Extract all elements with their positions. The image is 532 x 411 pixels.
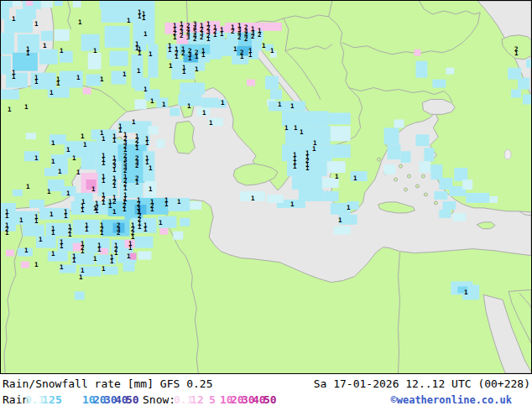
precip-cell (170, 107, 180, 116)
lake-tuz (504, 149, 511, 159)
precip-cell (414, 49, 420, 56)
precip-cell (489, 196, 498, 203)
precip-cell (171, 60, 183, 71)
precip-cell (39, 208, 70, 220)
snow-scale-value: 1 (190, 393, 197, 406)
precip-cell (44, 168, 58, 176)
precip-cell (48, 252, 68, 262)
precip-cell (168, 198, 190, 211)
precip-cell (134, 205, 146, 215)
precip-cell (55, 1, 63, 6)
precip-cell (91, 129, 117, 139)
precip-cell (180, 44, 196, 55)
precip-cell (227, 33, 238, 46)
precip-cell (240, 191, 265, 201)
precip-cell (178, 94, 201, 106)
precip-cell (205, 34, 218, 44)
precip-cell (332, 144, 351, 158)
precip-cell (322, 178, 339, 188)
precip-cell (102, 9, 143, 23)
precip-cell (442, 201, 456, 210)
precip-cell (432, 80, 446, 88)
precip-cell (133, 23, 147, 51)
precip-cell (4, 19, 33, 33)
precip-cell (388, 144, 401, 159)
precip-cell (134, 237, 153, 248)
precip-cell (50, 134, 66, 144)
precip-cell (123, 263, 135, 272)
precip-cell (100, 1, 149, 9)
precip-cell (24, 151, 39, 161)
precip-cell (176, 34, 188, 44)
precip-cell (265, 76, 279, 90)
precip-cell (98, 179, 118, 196)
precip-cell (41, 31, 53, 41)
precip-cell (118, 144, 147, 163)
precip-cell (6, 73, 28, 88)
precip-cell (110, 51, 128, 66)
precip-cell (454, 168, 467, 181)
precip-cell (347, 201, 359, 210)
snow-scale-value: 5 (209, 393, 216, 406)
precip-cell (164, 23, 183, 34)
precip-cell (282, 111, 329, 126)
precip-cell (173, 232, 183, 240)
precip-cell (196, 107, 210, 116)
precip-cell (88, 53, 102, 70)
aegean-islet (404, 188, 407, 191)
precip-cell (452, 213, 466, 221)
precip-cell (415, 61, 427, 78)
precip-cell (18, 248, 33, 257)
weather-map-screenshot: 1111 11111 11 11 11111 11 1111111 1 2 11… (0, 0, 532, 411)
precip-cell (201, 97, 218, 107)
precip-cell (48, 88, 70, 98)
precip-cell (41, 1, 53, 8)
precip-cell (518, 78, 529, 90)
precip-cell (1, 8, 9, 19)
precip-cell (96, 161, 122, 179)
rain-scale-value: 5 (55, 393, 62, 406)
precip-cell (526, 60, 531, 68)
precip-cell (13, 53, 38, 71)
precip-cell (83, 88, 91, 95)
precip-cell (248, 51, 258, 60)
precip-cell (466, 193, 489, 203)
precip-cell (247, 80, 255, 86)
copyright-link[interactable]: ©weatheronline.co.uk (391, 394, 513, 406)
precip-cell (183, 63, 205, 71)
precip-cell (60, 71, 83, 88)
precip-cell (39, 49, 58, 65)
rain-scale-value: 50 (126, 393, 139, 406)
precip-cell (446, 68, 454, 75)
precip-cell (1, 33, 14, 55)
precip-cell (232, 56, 248, 65)
precip-cell (16, 211, 38, 225)
precip-cell (81, 34, 100, 51)
precip-cell (105, 26, 130, 48)
aegean-islet (424, 193, 427, 196)
precip-cell (171, 71, 195, 80)
aegean-islet (399, 164, 402, 168)
precip-cell (252, 31, 263, 41)
precip-cell (331, 126, 351, 141)
precip-cell (238, 33, 252, 46)
precip-cell (16, 9, 36, 19)
precip-cell (166, 44, 180, 60)
precip-cell (55, 29, 70, 41)
precip-cell (143, 151, 154, 181)
precip-cell (462, 179, 472, 190)
precip-cell (329, 112, 351, 124)
precip-cell (434, 191, 447, 200)
aegean-islet (394, 178, 398, 181)
precip-cell (132, 218, 157, 233)
precip-cell (285, 126, 331, 144)
aegean-islet (421, 174, 425, 178)
precip-cell (81, 156, 96, 169)
precip-cell (18, 34, 39, 53)
weather-map: 1111 11111 11 11 11111 11 1111111 1 2 11… (0, 0, 532, 374)
precip-cell (71, 201, 108, 215)
precip-cell (96, 255, 117, 265)
aegean-islet (434, 201, 437, 205)
precip-cell (26, 1, 33, 6)
precip-cell (190, 201, 201, 210)
